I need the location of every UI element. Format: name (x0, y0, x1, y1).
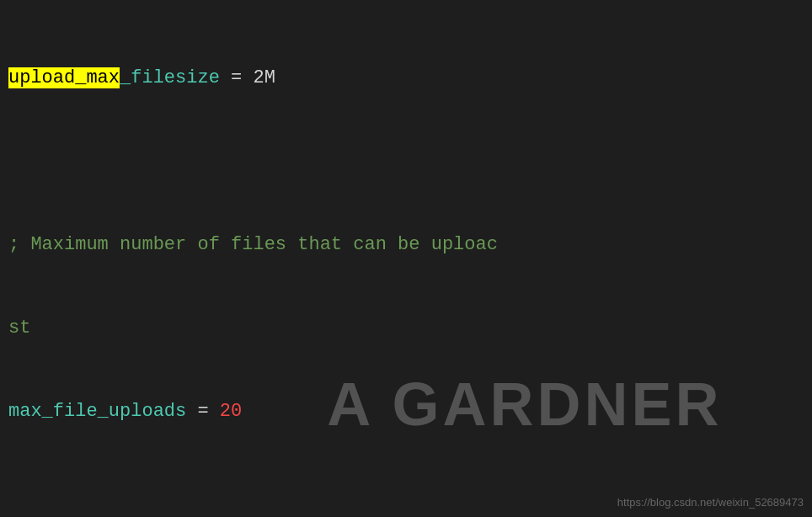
line-empty-1 (8, 147, 804, 175)
line-comment-st: st (8, 314, 804, 342)
line-comment-max-files: ; Maximum number of files that can be up… (8, 231, 804, 258)
comment-st: st (8, 317, 30, 338)
op2: = (186, 401, 220, 422)
code-block: upload_max_filesize = 2M ; Maximum numbe… (0, 0, 812, 517)
comment-max-files: ; Maximum number of files that can be up… (8, 234, 498, 255)
highlight-upload-max: upload_max (8, 67, 120, 88)
line-max-file-uploads: max_file_uploads = 20 (8, 397, 804, 425)
val-20: 20 (220, 401, 242, 422)
line-upload-max: upload_max_filesize = 2M (8, 64, 804, 92)
url-attribution: https://blog.csdn.net/weixin_52689473 (617, 494, 804, 511)
var-upload-max: upload_max_filesize (8, 67, 220, 88)
op1: = 2M (220, 67, 275, 88)
var-max-file-uploads: max_file_uploads (8, 401, 186, 422)
